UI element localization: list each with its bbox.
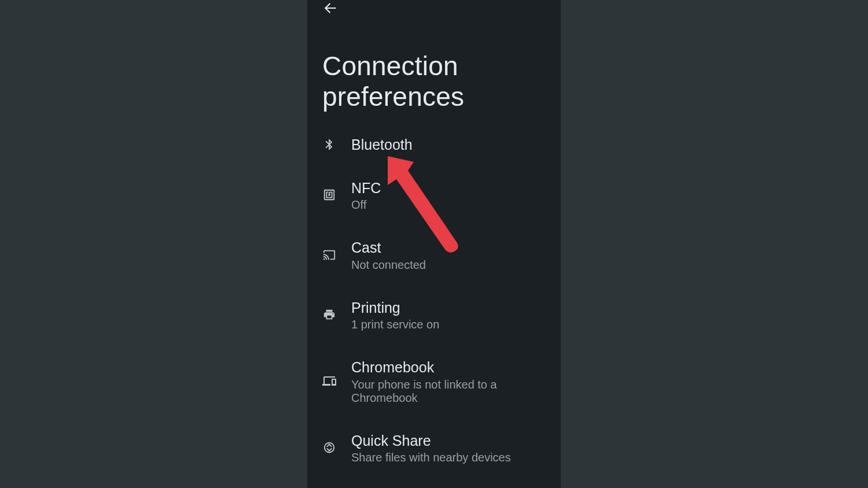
settings-item-cast[interactable]: Cast Not connected <box>307 230 561 280</box>
item-text: Bluetooth <box>351 135 413 154</box>
item-text: NFC Off <box>351 179 381 212</box>
arrow-left-icon <box>323 1 338 16</box>
settings-list: Bluetooth NFC Off Cast <box>307 130 561 488</box>
settings-item-bluetooth[interactable]: Bluetooth <box>307 130 561 160</box>
item-subtitle: 1 print service on <box>351 318 439 331</box>
item-title: NFC <box>351 179 381 198</box>
item-title: Quick Share <box>351 431 511 450</box>
item-text: Cast Not connected <box>351 238 426 272</box>
chromebook-icon <box>322 374 336 388</box>
item-text: Chromebook Your phone is not linked to a… <box>351 358 546 405</box>
settings-item-printing[interactable]: Printing 1 print service on <box>307 290 561 340</box>
item-subtitle: Your phone is not linked to a Chromebook <box>351 378 546 405</box>
settings-item-nfc[interactable]: NFC Off <box>307 171 561 220</box>
quick-share-icon <box>322 441 336 454</box>
printer-icon <box>322 308 336 321</box>
item-subtitle: Off <box>351 198 381 212</box>
settings-item-chromebook[interactable]: Chromebook Your phone is not linked to a… <box>307 350 561 413</box>
back-button[interactable] <box>322 0 339 16</box>
item-title: Chromebook <box>351 358 546 377</box>
item-text: Printing 1 print service on <box>351 298 439 332</box>
settings-item-android-auto[interactable]: Android Auto Use apps on your car screen <box>307 483 561 488</box>
bluetooth-icon <box>322 138 336 151</box>
settings-screen: Connection preferences Bluetooth NFC O <box>307 0 561 488</box>
cast-icon <box>322 248 336 262</box>
item-subtitle: Not connected <box>351 258 426 272</box>
page-title: Connection preferences <box>322 51 561 112</box>
item-title: Cast <box>351 238 426 257</box>
item-title: Bluetooth <box>351 135 413 154</box>
settings-item-quick-share[interactable]: Quick Share Share files with nearby devi… <box>307 423 561 473</box>
item-subtitle: Share files with nearby devices <box>351 451 511 464</box>
item-title: Printing <box>351 298 439 317</box>
item-text: Quick Share Share files with nearby devi… <box>351 431 511 465</box>
nfc-icon <box>322 188 336 202</box>
